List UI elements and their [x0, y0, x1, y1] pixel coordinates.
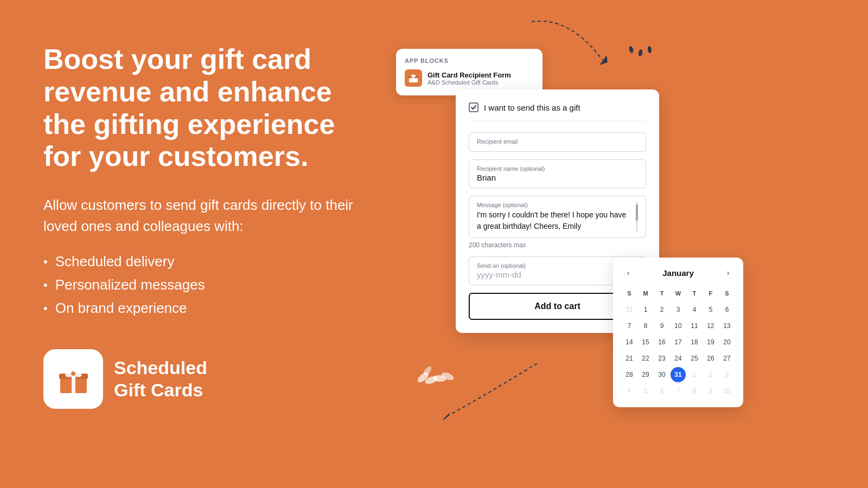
cal-day-cell[interactable]: 17 — [671, 335, 686, 350]
calendar-card: ‹ January › SMTWTFS311234567891011121314… — [613, 258, 743, 407]
cal-day-cell[interactable]: 13 — [719, 318, 735, 333]
checkbox-label: I want to send this as a gift — [484, 103, 580, 112]
checkbox-icon[interactable] — [469, 102, 478, 112]
app-icon — [43, 349, 103, 409]
calendar-prev-button[interactable]: ‹ — [622, 266, 635, 279]
cal-day-cell[interactable]: 21 — [622, 351, 637, 366]
cal-day-cell[interactable]: 4 — [687, 302, 702, 317]
svg-marker-14 — [442, 412, 450, 420]
cal-day-cell[interactable]: 19 — [703, 335, 718, 350]
svg-point-7 — [71, 371, 75, 376]
app-blocks-text: Gift Card Recipient Form A&D Scheduled G… — [427, 71, 511, 86]
recipient-name-group: Recipient name (optional) Brian — [469, 159, 646, 188]
cal-day-cell[interactable]: 29 — [638, 367, 653, 382]
cal-day-cell[interactable]: 18 — [687, 335, 702, 350]
cal-day-cell[interactable]: 6 — [719, 302, 735, 317]
cal-day-cell[interactable]: 5 — [703, 302, 718, 317]
app-blocks-item: Gift Card Recipient Form A&D Scheduled G… — [405, 69, 534, 87]
calendar-header: ‹ January › — [622, 266, 735, 279]
cal-day-cell[interactable]: 27 — [719, 351, 735, 366]
cal-day-cell[interactable]: 11 — [687, 318, 702, 333]
cal-day-cell[interactable]: 4 — [622, 383, 637, 399]
cal-day-cell[interactable]: 6 — [654, 383, 669, 399]
recipient-email-field[interactable]: Recipient email — [469, 132, 646, 152]
cal-day-cell[interactable]: 26 — [703, 351, 718, 366]
cal-day-cell[interactable]: 22 — [638, 351, 653, 366]
cal-day-cell[interactable]: 1 — [687, 367, 702, 382]
right-section: APP BLOCKS Gift Card Recipient Form A&D … — [380, 0, 868, 488]
cal-header-cell: S — [719, 286, 735, 301]
cal-day-cell[interactable]: 25 — [687, 351, 702, 366]
char-count: 200 characters max — [469, 241, 646, 249]
svg-marker-8 — [599, 55, 608, 65]
cal-day-cell[interactable]: 12 — [703, 318, 718, 333]
cal-day-cell[interactable]: 31 — [671, 367, 686, 382]
app-badge: Scheduled Gift Cards — [43, 349, 358, 409]
calendar-month: January — [662, 268, 694, 278]
deco-leaves — [412, 356, 467, 390]
cal-day-cell[interactable]: 7 — [622, 318, 637, 333]
cal-day-cell[interactable]: 3 — [671, 302, 686, 317]
recipient-email-group: Recipient email — [469, 132, 646, 152]
bullet-list: Scheduled delivery Personalized messages… — [43, 253, 358, 317]
message-scrollbar[interactable] — [636, 202, 638, 232]
cal-header-cell: T — [687, 286, 702, 301]
cal-day-cell[interactable]: 30 — [654, 367, 669, 382]
subtext: Allow customers to send gift cards direc… — [43, 195, 358, 237]
app-blocks-title: APP BLOCKS — [405, 57, 534, 64]
deco-dots-top — [629, 46, 652, 56]
message-field[interactable]: Message (optional) I'm sorry I couldn't … — [469, 196, 646, 238]
cal-header-cell: W — [671, 286, 686, 301]
app-name: Scheduled Gift Cards — [114, 357, 207, 401]
bullet-item-1: Scheduled delivery — [43, 253, 358, 270]
cal-day-cell[interactable]: 2 — [703, 367, 718, 382]
cal-day-cell[interactable]: 2 — [654, 302, 669, 317]
calendar-grid: SMTWTFS311234567891011121314151617181920… — [622, 286, 735, 399]
app-blocks-icon — [405, 69, 422, 87]
cal-day-cell[interactable]: 23 — [654, 351, 669, 366]
cal-day-cell[interactable]: 31 — [622, 302, 637, 317]
cal-day-cell[interactable]: 14 — [622, 335, 637, 350]
cal-header-cell: M — [638, 286, 653, 301]
recipient-name-field[interactable]: Recipient name (optional) Brian — [469, 159, 646, 188]
cal-day-cell[interactable]: 8 — [638, 318, 653, 333]
cal-day-cell[interactable]: 9 — [654, 318, 669, 333]
message-group: Message (optional) I'm sorry I couldn't … — [469, 196, 646, 249]
headline: Boost your gift card revenue and enhance… — [43, 43, 358, 173]
cal-header-cell: T — [654, 286, 669, 301]
cal-day-cell[interactable]: 24 — [671, 351, 686, 366]
cal-day-cell[interactable]: 28 — [622, 367, 637, 382]
cal-day-cell[interactable]: 9 — [703, 383, 718, 399]
cal-day-cell[interactable]: 8 — [687, 383, 702, 399]
cal-day-cell[interactable]: 15 — [638, 335, 653, 350]
cal-day-cell[interactable]: 1 — [638, 302, 653, 317]
calendar-next-button[interactable]: › — [722, 266, 735, 279]
app-blocks-card: APP BLOCKS Gift Card Recipient Form A&D … — [396, 49, 542, 95]
cal-day-cell[interactable]: 3 — [719, 367, 735, 382]
cal-day-cell[interactable]: 7 — [671, 383, 686, 399]
cal-day-cell[interactable]: 10 — [719, 383, 735, 399]
cal-header-cell: F — [703, 286, 718, 301]
cal-header-cell: S — [622, 286, 637, 301]
left-section: Boost your gift card revenue and enhance… — [43, 43, 358, 409]
cal-day-cell[interactable]: 16 — [654, 335, 669, 350]
cal-day-cell[interactable]: 20 — [719, 335, 735, 350]
cal-day-cell[interactable]: 5 — [638, 383, 653, 399]
bullet-item-3: On brand experience — [43, 300, 358, 317]
cal-day-cell[interactable]: 10 — [671, 318, 686, 333]
bullet-item-2: Personalized messages — [43, 277, 358, 293]
checkbox-row: I want to send this as a gift — [469, 102, 646, 121]
